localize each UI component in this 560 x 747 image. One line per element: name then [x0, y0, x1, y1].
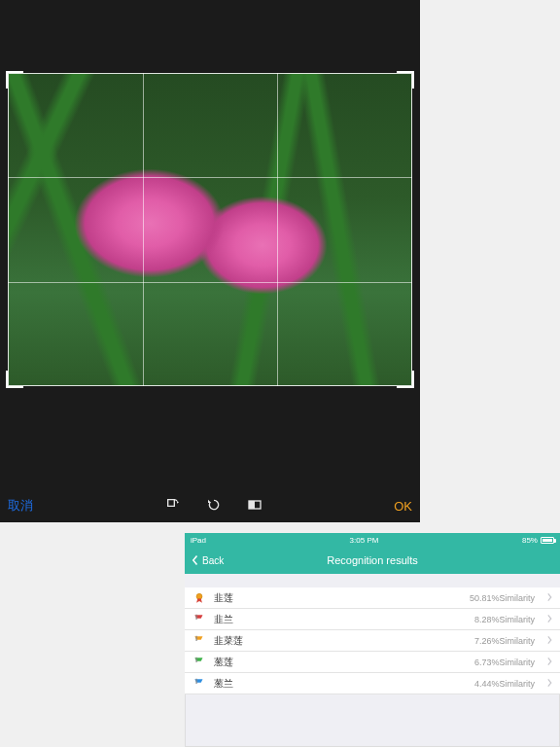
grid-line [8, 282, 412, 283]
grid-line [8, 177, 412, 178]
rank-icon [192, 677, 206, 691]
chevron-right-icon [546, 614, 552, 625]
aspect-icon[interactable] [247, 497, 262, 516]
result-similarity: 8.28%Similarity [474, 615, 535, 624]
result-similarity: 6.73%Similarity [474, 658, 535, 667]
result-row[interactable]: 韭菜莲7.26%Similarity [185, 630, 560, 652]
result-name: 韭莲 [214, 591, 462, 605]
ok-button[interactable]: OK [394, 499, 412, 514]
chevron-right-icon [546, 635, 552, 647]
result-row[interactable]: 葱莲6.73%Similarity [185, 652, 560, 673]
result-similarity: 4.44%Similarity [474, 679, 535, 689]
result-name: 韭兰 [214, 613, 467, 626]
chevron-right-icon [546, 592, 552, 604]
result-row[interactable]: 葱兰4.44%Similarity [185, 673, 560, 694]
reset-icon[interactable] [206, 497, 222, 516]
crop-handle-bl[interactable] [6, 371, 23, 388]
result-similarity: 7.26%Similarity [474, 636, 535, 646]
crop-editor: 取消 OK [0, 0, 420, 522]
crop-area[interactable] [8, 73, 412, 386]
chevron-right-icon [546, 678, 552, 690]
rank-icon [192, 591, 206, 605]
status-bar: iPad 3:05 PM 85% [185, 533, 560, 547]
result-similarity: 50.81%Similarity [470, 593, 535, 603]
spacer [185, 574, 560, 587]
back-button[interactable]: Back [191, 554, 224, 566]
back-label: Back [202, 555, 224, 566]
svg-point-2 [196, 593, 202, 599]
page-title: Recognition results [327, 554, 418, 566]
battery-pct: 85% [522, 536, 538, 545]
svg-rect-3 [196, 614, 197, 619]
svg-rect-6 [196, 678, 197, 683]
crop-handle-br[interactable] [397, 371, 414, 388]
results-list: 韭莲50.81%Similarity韭兰8.28%Similarity韭菜莲7.… [185, 587, 560, 694]
svg-rect-4 [196, 635, 197, 640]
cancel-button[interactable]: 取消 [8, 497, 33, 515]
crop-handle-tr[interactable] [397, 71, 414, 89]
nav-bar: Back Recognition results [185, 547, 560, 574]
editor-toolbar: 取消 OK [0, 489, 420, 522]
result-row[interactable]: 韭莲50.81%Similarity [185, 587, 560, 609]
svg-rect-1 [249, 501, 255, 509]
carrier-label: iPad [191, 536, 206, 545]
result-name: 葱兰 [214, 677, 467, 691]
result-name: 葱莲 [214, 656, 467, 669]
results-panel: iPad 3:05 PM 85% Back Recognition result… [185, 533, 560, 747]
rank-icon [192, 656, 206, 669]
grid-line [277, 73, 278, 386]
rotate-icon[interactable] [165, 497, 181, 516]
photo-preview [8, 73, 412, 386]
svg-rect-5 [196, 657, 197, 661]
crop-handle-tl[interactable] [6, 71, 23, 89]
result-name: 韭菜莲 [214, 634, 467, 648]
result-row[interactable]: 韭兰8.28%Similarity [185, 609, 560, 630]
rank-icon [192, 613, 206, 626]
battery-icon [541, 537, 554, 544]
grid-line [143, 73, 144, 386]
rank-icon [192, 634, 206, 648]
chevron-right-icon [546, 657, 552, 668]
clock-label: 3:05 PM [350, 536, 379, 545]
